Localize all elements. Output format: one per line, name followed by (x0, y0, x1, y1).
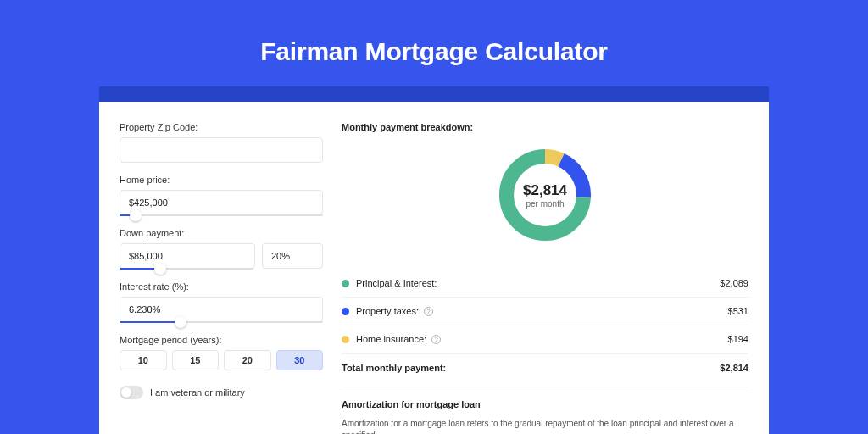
period-field: Mortgage period (years): 10 15 20 30 (120, 335, 323, 370)
legend-label-taxes: Property taxes: (356, 306, 419, 316)
amortization-body: Amortization for a mortgage loan refers … (342, 418, 748, 434)
legend-bullet-insurance (342, 336, 349, 343)
legend-label-insurance: Home insurance: (356, 334, 426, 344)
veteran-row: I am veteran or military (120, 386, 323, 399)
total-label: Total monthly payment: (342, 363, 446, 373)
donut-center: $2,814 per month (494, 144, 596, 246)
down-payment-pct-input[interactable] (262, 243, 323, 269)
legend-row-insurance: Home insurance: ? $194 (342, 326, 748, 353)
legend-bullet-taxes (342, 308, 349, 315)
legend-label-principal: Principal & Interest: (356, 278, 437, 288)
legend-amount-insurance: $194 (728, 334, 748, 344)
down-payment-slider[interactable] (120, 268, 253, 270)
period-option-20[interactable]: 20 (224, 350, 271, 370)
legend-amount-principal: $2,089 (720, 278, 748, 288)
donut-chart: $2,814 per month (342, 144, 748, 246)
zip-field: Property Zip Code: (120, 122, 323, 163)
veteran-toggle[interactable] (120, 386, 143, 399)
interest-rate-label: Interest rate (%): (120, 281, 323, 292)
home-price-input[interactable] (120, 190, 323, 215)
period-option-10[interactable]: 10 (120, 350, 167, 370)
home-price-label: Home price: (120, 175, 323, 185)
zip-input[interactable] (120, 137, 323, 163)
donut-sub: per month (526, 199, 564, 209)
legend-row-principal: Principal & Interest: $2,089 (342, 270, 748, 298)
zip-label: Property Zip Code: (120, 122, 323, 132)
legend-bullet-principal (342, 280, 349, 287)
interest-rate-slider[interactable] (120, 321, 323, 323)
interest-rate-slider-fill (120, 321, 181, 323)
legend-row-total: Total monthly payment: $2,814 (342, 353, 748, 385)
period-options: 10 15 20 30 (120, 350, 323, 370)
legend-amount-taxes: $531 (728, 306, 748, 316)
interest-rate-input[interactable] (120, 297, 323, 322)
help-icon[interactable]: ? (431, 335, 441, 344)
legend: Principal & Interest: $2,089 Property ta… (342, 270, 748, 385)
legend-row-taxes: Property taxes: ? $531 (342, 298, 748, 326)
interest-rate-field: Interest rate (%): (120, 281, 323, 323)
header-band (99, 86, 769, 102)
down-payment-slider-thumb[interactable] (154, 263, 166, 275)
period-label: Mortgage period (years): (120, 335, 323, 345)
amortization-heading: Amortization for mortgage loan (342, 399, 748, 409)
breakdown-panel: Monthly payment breakdown: $2,814 per mo… (342, 122, 748, 434)
home-price-field: Home price: (120, 175, 323, 216)
form-panel: Property Zip Code: Home price: Down paym… (120, 122, 323, 434)
veteran-label: I am veteran or military (150, 387, 245, 398)
page-title: Fairman Mortgage Calculator (0, 0, 868, 86)
breakdown-heading: Monthly payment breakdown: (342, 122, 748, 132)
home-price-slider[interactable] (120, 214, 323, 216)
down-payment-field: Down payment: (120, 228, 323, 270)
donut-value: $2,814 (523, 182, 567, 199)
period-option-30[interactable]: 30 (276, 350, 324, 370)
down-payment-label: Down payment: (120, 228, 323, 238)
calculator-card: Property Zip Code: Home price: Down paym… (99, 102, 769, 434)
period-option-15[interactable]: 15 (172, 350, 220, 370)
total-amount: $2,814 (720, 363, 748, 373)
help-icon[interactable]: ? (424, 307, 433, 316)
home-price-slider-thumb[interactable] (130, 209, 142, 221)
amortization-section: Amortization for mortgage loan Amortizat… (342, 387, 748, 434)
down-payment-input[interactable] (120, 243, 255, 269)
interest-rate-slider-thumb[interactable] (175, 316, 186, 328)
